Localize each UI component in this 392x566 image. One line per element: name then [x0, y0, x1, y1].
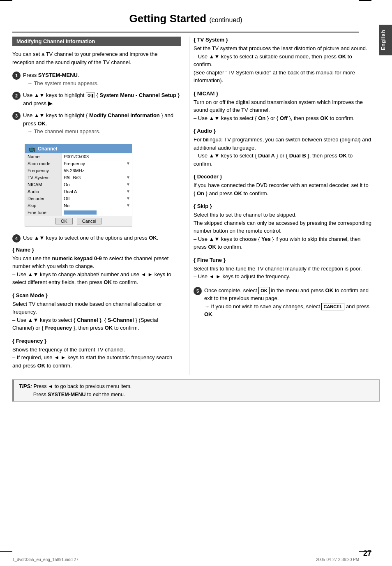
step-2-icon: ⚙▮	[86, 92, 95, 98]
channel-row-audio: Audio Dual A ▼	[25, 188, 132, 195]
step-4-number: 4	[12, 234, 21, 243]
channel-cancel-button[interactable]: Cancel	[77, 218, 101, 224]
dropdown-arrow-tvsystem: ▼	[126, 175, 130, 180]
step-2-number: 2	[12, 92, 21, 100]
step-1-bold: SYSTEM-MENU	[38, 72, 78, 78]
channel-row-finetune: Fine tune	[25, 209, 132, 216]
step-3-arrow: → The channel menu appears.	[27, 127, 181, 136]
channel-row-nicam: NICAM On ▼	[25, 181, 132, 188]
subsection-scanmode-title: { Scan Mode }	[12, 292, 181, 298]
channel-row-scanmode: Scan mode Frequency ▼	[25, 160, 132, 167]
step-2-keys: ▲▼	[34, 92, 45, 98]
dropdown-arrow-scanmode: ▼	[126, 161, 130, 166]
subsection-tvsystem-body: Set the TV system that produces the leas…	[194, 44, 371, 85]
subsection-audio: { Audio } For bilingual TV programmes, y…	[194, 128, 371, 168]
step-3-content: Use ▲▼ keys to highlight { Modify Channe…	[23, 111, 181, 136]
channel-value-tvsystem: PAL B/G ▼	[62, 174, 132, 181]
tips-system-menu: SYSTEM-MENU	[48, 392, 85, 397]
subsection-name-title: { Name }	[12, 247, 181, 253]
channel-value-skip: No ▼	[62, 202, 132, 209]
channel-label-nicam: NICAM	[25, 181, 62, 188]
corner-decoration-bl	[0, 551, 12, 552]
subsection-name-body: You can use the numeric keypad 0-9 to se…	[12, 254, 181, 286]
subsection-decoder-body: If you have connected the DVD recorder w…	[194, 181, 371, 197]
page: Getting Started (continued) English Modi…	[0, 0, 392, 566]
subsection-frequency-body: Shows the frequency of the current TV ch…	[12, 346, 181, 370]
channel-value-frequency: 55.26MHz	[62, 167, 132, 174]
channel-icon: 📺	[28, 146, 35, 152]
channel-table-title: Channel	[38, 146, 57, 152]
corner-decoration-tl	[0, 0, 12, 1]
step-4: 4 Use ▲▼ keys to select one of the optio…	[12, 234, 181, 243]
title-main: Getting Started	[129, 12, 206, 25]
step-1-arrow: → The system menu appears.	[27, 79, 181, 88]
step-2: 2 Use ▲▼ keys to highlight ⚙▮ { System M…	[12, 91, 181, 107]
tips-box: TIPS: Press ◄ to go back to previous men…	[12, 379, 380, 402]
step-2-content: Use ▲▼ keys to highlight ⚙▮ { System Men…	[23, 91, 181, 107]
channel-label-name: Name	[25, 153, 62, 160]
subsection-frequency: { Frequency } Shows the frequency of the…	[12, 338, 181, 370]
footer-right: 2005-04-27 2:36:20 PM	[316, 557, 359, 562]
step-5: 5 Once complete, select OK in the menu a…	[194, 286, 371, 319]
tips-line1: Press ◄ to go back to previous menu item…	[33, 383, 131, 389]
channel-row-decoder: Decoder Off ▼	[25, 195, 132, 202]
subsection-finetune: { Fine Tune } Select this to fine-tune t…	[194, 257, 371, 281]
subsection-skip-body: Select this to set the channel to be ski…	[194, 211, 371, 251]
subsection-skip: { Skip } Select this to set the channel …	[194, 203, 371, 251]
finetune-bar	[64, 210, 97, 215]
subsection-tvsystem-title: { TV System }	[194, 37, 371, 43]
step-5-number: 5	[194, 287, 202, 295]
channel-ok-button[interactable]: OK	[55, 218, 73, 224]
channel-label-decoder: Decoder	[25, 195, 62, 202]
dropdown-arrow-audio: ▼	[126, 189, 130, 194]
channel-value-name: P001/Ch003	[62, 153, 132, 160]
page-title: Getting Started (continued)	[12, 8, 359, 32]
channel-label-skip: Skip	[25, 202, 62, 209]
subsection-tvsystem: { TV System } Set the TV system that pro…	[194, 37, 371, 85]
channel-value-audio: Dual A ▼	[62, 188, 132, 195]
title-continued: (continued)	[209, 16, 242, 23]
channel-value-scanmode: Frequency ▼	[62, 160, 132, 167]
dropdown-arrow-decoder: ▼	[126, 196, 130, 201]
footer-left: 1_dvdr3355_eu_eng_15891.indd 27	[12, 557, 78, 562]
corner-decoration-tr	[359, 0, 371, 1]
channel-table-buttons: OK Cancel	[25, 216, 132, 226]
step-3-ok: OK	[37, 120, 46, 127]
channel-value-nicam: On ▼	[62, 181, 132, 188]
channel-label-frequency: Frequency	[25, 167, 62, 174]
subsection-frequency-title: { Frequency }	[12, 338, 181, 344]
channel-label-audio: Audio	[25, 188, 62, 195]
step-4-content: Use ▲▼ keys to select one of the options…	[23, 234, 181, 242]
subsection-audio-body: For bilingual TV programmes, you can swi…	[194, 136, 371, 168]
step-4-keys: ▲▼	[34, 235, 45, 241]
channel-label-tvsystem: TV System	[25, 174, 62, 181]
subsection-nicam-body: Turn on or off the digital sound transmi…	[194, 98, 371, 122]
subsection-decoder: { Decoder } If you have connected the DV…	[194, 173, 371, 197]
step-5-content: Once complete, select OK in the menu and…	[204, 286, 371, 319]
page-number: 27	[363, 549, 371, 558]
channel-table-body: Name P001/Ch003 Scan mode Frequency ▼ Fr…	[25, 153, 132, 216]
language-label: English	[380, 30, 386, 50]
channel-label-scanmode: Scan mode	[25, 160, 62, 167]
section-heading: Modifying Channel Information	[12, 37, 181, 46]
step-1-content: Press SYSTEM-MENU. → The system menu app…	[23, 71, 181, 87]
step-5-cancel-btn: CANCEL	[321, 303, 344, 311]
subsection-scanmode-body: Select TV channel search mode based on c…	[12, 300, 181, 332]
left-column: Modifying Channel Information You can se…	[12, 37, 189, 375]
section-intro: You can set a TV channel to your prefere…	[12, 50, 181, 66]
subsection-nicam: { NICAM } Turn on or off the digital sou…	[194, 90, 371, 122]
step-3-bold: Modify Channel Information	[89, 112, 160, 118]
dropdown-arrow-nicam: ▼	[126, 182, 130, 187]
step-5-arrow: → If you do not wish to save any changes…	[204, 303, 369, 318]
channel-value-decoder: Off ▼	[62, 195, 132, 202]
channel-label-finetune: Fine tune	[25, 209, 62, 216]
tips-label: TIPS:	[19, 383, 32, 389]
step-3-keys: ▲▼	[34, 112, 45, 118]
language-sidebar: English	[379, 25, 392, 55]
subsection-audio-title: { Audio }	[194, 128, 371, 134]
channel-row-skip: Skip No ▼	[25, 202, 132, 209]
dropdown-arrow-skip: ▼	[126, 203, 130, 208]
step-2-arrow-key: ▶	[48, 100, 52, 106]
step-1-number: 1	[12, 72, 21, 80]
step-3-number: 3	[12, 112, 21, 120]
